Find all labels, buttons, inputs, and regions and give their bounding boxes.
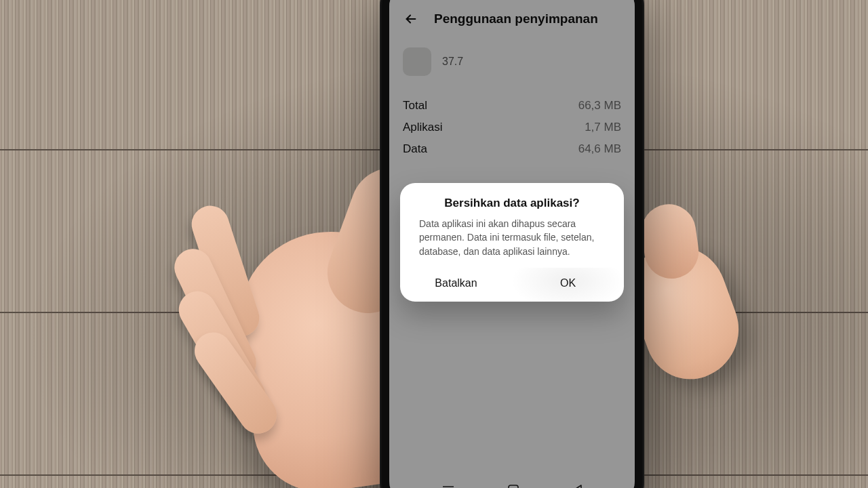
phone-screen: 7.18 Penggunaan penyimp — [389, 0, 635, 488]
dialog-body: Data aplikasi ini akan dihapus secara pe… — [400, 217, 624, 268]
ok-button[interactable]: OK — [512, 268, 624, 302]
phone-frame: 7.18 Penggunaan penyimp — [380, 0, 644, 488]
confirm-dialog: Bersihkan data aplikasi? Data aplikasi i… — [400, 183, 624, 302]
cancel-button[interactable]: Batalkan — [400, 268, 512, 302]
dialog-title: Bersihkan data aplikasi? — [400, 183, 624, 217]
dialog-actions: Batalkan OK — [400, 268, 624, 302]
